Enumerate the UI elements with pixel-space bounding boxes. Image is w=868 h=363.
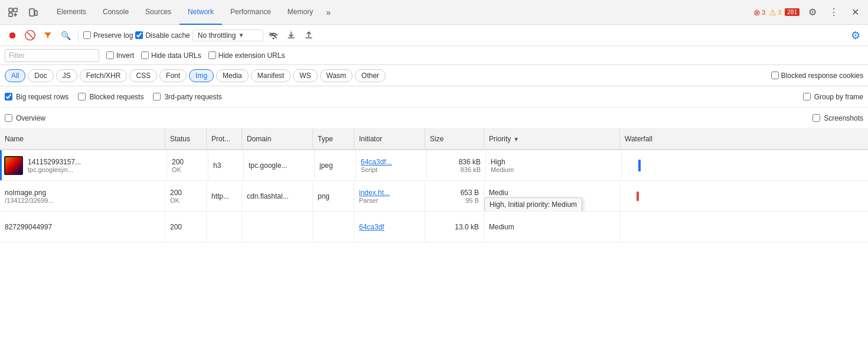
blocked-requests-check[interactable]: Blocked requests	[78, 93, 143, 101]
type-btn-font[interactable]: Font	[159, 69, 187, 82]
device-toggle-icon[interactable]	[25, 4, 41, 21]
preserve-log-check[interactable]: Preserve log	[83, 31, 133, 40]
blocked-cookies-checkbox[interactable]	[771, 72, 779, 79]
blocked-requests-checkbox[interactable]	[78, 93, 86, 101]
th-domain[interactable]: Domain	[242, 128, 313, 150]
search-icon[interactable]: 🔍	[58, 28, 73, 43]
th-protocol[interactable]: Prot...	[207, 128, 242, 150]
type-btn-other[interactable]: Other	[355, 69, 386, 82]
type-btn-fetch-xhr[interactable]: Fetch/XHR	[80, 69, 128, 82]
third-party-check[interactable]: 3rd-party requests	[153, 93, 221, 101]
type-btn-media[interactable]: Media	[216, 69, 249, 82]
th-priority[interactable]: Priority ▼	[484, 128, 620, 150]
td-domain	[242, 212, 313, 242]
blocked-cookies-check[interactable]: Blocked response cookies	[771, 72, 863, 80]
wifi-icon[interactable]	[266, 28, 281, 43]
table-header: Name Status Prot... Domain Type Initiato…	[0, 129, 868, 150]
type-btn-ws[interactable]: WS	[293, 69, 317, 82]
screenshots-check[interactable]: Screenshots	[812, 114, 863, 122]
tab-memory[interactable]: Memory	[279, 0, 321, 25]
th-type[interactable]: Type	[313, 128, 354, 150]
more-options-icon[interactable]: ⋮	[825, 4, 842, 21]
td-initiator: 64ca3df... Script	[356, 150, 427, 180]
tab-network[interactable]: Network	[180, 0, 222, 25]
td-protocol: http...	[207, 181, 242, 211]
td-waterfall	[620, 181, 868, 211]
td-type	[313, 212, 354, 242]
filter-icon[interactable]	[40, 28, 56, 43]
filter-input[interactable]	[5, 49, 99, 62]
initiator-link[interactable]: index.ht...	[359, 189, 420, 197]
hide-data-urls-checkbox[interactable]	[141, 51, 149, 59]
clear-button[interactable]: 🚫	[22, 28, 38, 43]
big-rows-check[interactable]: Big request rows	[5, 93, 68, 101]
td-name: 827299044997	[0, 212, 165, 242]
type-btn-all[interactable]: All	[5, 69, 25, 82]
td-name: 141152993157... tpc.googlesyn...	[2, 150, 167, 180]
hide-ext-urls-checkbox[interactable]	[208, 51, 216, 59]
export-har-icon[interactable]	[301, 28, 316, 43]
type-btn-manifest[interactable]: Manifest	[251, 69, 291, 82]
sort-arrow-icon: ▼	[513, 136, 519, 142]
third-party-checkbox[interactable]	[153, 93, 161, 101]
tab-sources[interactable]: Sources	[137, 0, 180, 25]
th-name[interactable]: Name	[0, 128, 165, 150]
options-row-2: Overview Screenshots	[0, 108, 868, 129]
type-btn-css[interactable]: CSS	[129, 69, 157, 82]
disable-cache-checkbox[interactable]	[135, 31, 143, 39]
preserve-log-checkbox[interactable]	[83, 31, 91, 39]
th-size[interactable]: Size	[425, 128, 484, 150]
overview-check[interactable]: Overview	[5, 114, 45, 122]
name-primary: 141152993157...	[28, 158, 81, 166]
th-status[interactable]: Status	[165, 128, 207, 150]
th-initiator[interactable]: Initiator	[354, 128, 425, 150]
settings-gear-icon[interactable]: ⚙	[804, 4, 821, 21]
waterfall-bar	[637, 192, 639, 201]
tab-elements[interactable]: Elements	[48, 0, 94, 25]
invert-checkbox[interactable]	[106, 51, 114, 59]
type-btn-img[interactable]: Img	[189, 69, 214, 82]
close-devtools-icon[interactable]: ✕	[847, 4, 863, 21]
group-by-frame-checkbox[interactable]	[803, 93, 811, 101]
invert-check[interactable]: Invert	[106, 51, 134, 60]
import-har-icon[interactable]	[283, 28, 299, 43]
svg-rect-2	[9, 13, 12, 17]
td-status: 200 OK	[167, 150, 208, 180]
tab-right-actions: ⊗ 3 ⚠ 3 281 ⚙ ⋮ ✕	[753, 4, 863, 21]
table-row[interactable]: 827299044997 200 64ca3df 13.0 kB Medium	[0, 212, 868, 242]
network-toolbar: ⏺ 🚫 🔍 Preserve log Disable cache No thro…	[0, 25, 868, 46]
svg-rect-1	[14, 8, 17, 12]
error-badge: ⊗ 3 ⚠ 3 281	[753, 8, 800, 17]
th-waterfall[interactable]: Waterfall	[620, 128, 868, 150]
type-btn-wasm[interactable]: Wasm	[320, 69, 353, 82]
hide-data-urls-check[interactable]: Hide data URLs	[141, 51, 201, 60]
td-name: noImage.png /134122/32699...	[0, 181, 165, 211]
tab-more-button[interactable]: »	[321, 0, 335, 25]
td-type: jpeg	[315, 150, 356, 180]
filter-row: Invert Hide data URLs Hide extension URL…	[0, 46, 868, 65]
td-priority: Mediu Medium High, Initial priority: Med…	[484, 181, 620, 211]
screenshots-checkbox[interactable]	[812, 114, 820, 122]
tab-performance[interactable]: Performance	[222, 0, 279, 25]
group-by-frame-check[interactable]: Group by frame	[803, 93, 863, 101]
stop-recording-button[interactable]: ⏺	[5, 28, 20, 43]
type-btn-doc[interactable]: Doc	[28, 69, 53, 82]
thumbnail	[4, 156, 23, 175]
options-row-1: Big request rows Blocked requests 3rd-pa…	[0, 86, 868, 108]
hide-ext-urls-check[interactable]: Hide extension URLs	[208, 51, 285, 60]
table-row[interactable]: 141152993157... tpc.googlesyn... 200 OK …	[0, 150, 868, 181]
network-settings-icon[interactable]: ⚙	[848, 28, 863, 43]
disable-cache-check[interactable]: Disable cache	[135, 31, 190, 40]
throttle-selector[interactable]: No throttling ▼	[192, 30, 263, 41]
big-rows-checkbox[interactable]	[5, 93, 12, 101]
initiator-link[interactable]: 64ca3df	[359, 223, 420, 231]
info-badge: 281	[785, 8, 800, 16]
td-waterfall	[620, 212, 868, 242]
initiator-link[interactable]: 64ca3df...	[361, 158, 422, 166]
inspect-icon[interactable]	[5, 4, 21, 21]
type-btn-js[interactable]: JS	[56, 69, 77, 82]
overview-checkbox[interactable]	[5, 114, 12, 122]
tab-console[interactable]: Console	[94, 0, 137, 25]
td-waterfall	[622, 150, 868, 180]
table-row[interactable]: noImage.png /134122/32699... 200 OK http…	[0, 181, 868, 212]
